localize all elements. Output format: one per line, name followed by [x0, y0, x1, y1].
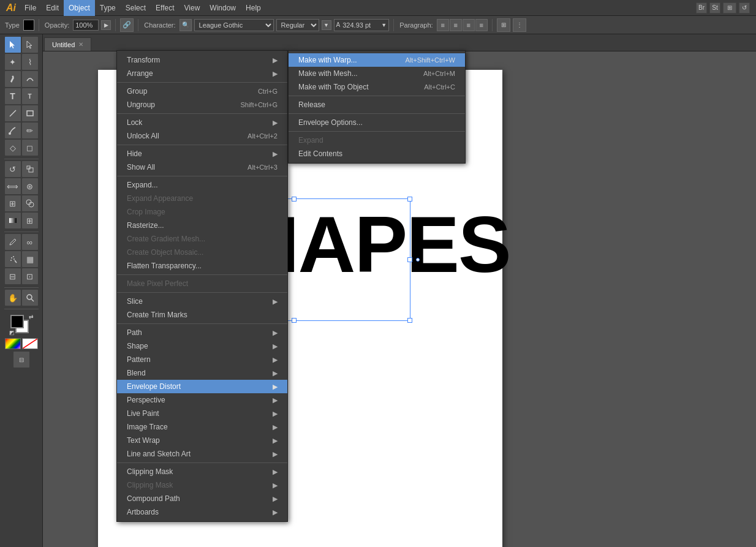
scale-tool[interactable]: [22, 161, 38, 177]
submenu-item-envelope-options[interactable]: Envelope Options...: [289, 116, 465, 129]
menu-item-image-trace[interactable]: Image Trace▶: [117, 420, 287, 434]
submenu-item-make-top-object[interactable]: Make with Top Object Alt+Ctrl+C: [289, 80, 465, 94]
color-mode-button[interactable]: [5, 338, 21, 349]
type-color-swatch[interactable]: [23, 20, 34, 31]
menu-edit[interactable]: Edit: [41, 0, 64, 16]
swap-colors-icon[interactable]: ⇄: [29, 314, 34, 320]
touch-type-tool[interactable]: T: [22, 88, 38, 104]
menu-item-rasterize[interactable]: Rasterize...: [117, 219, 287, 232]
opacity-input[interactable]: [73, 20, 99, 31]
mesh-tool[interactable]: ⊞: [22, 213, 38, 228]
menu-item-transform[interactable]: Transform▶: [117, 53, 287, 67]
menu-help[interactable]: Help: [241, 0, 266, 16]
menu-object[interactable]: Object: [64, 0, 95, 16]
font-selector[interactable]: League Gothic: [194, 19, 274, 31]
line-tool[interactable]: [5, 105, 21, 121]
menu-item-create-gradient-mesh[interactable]: Create Gradient Mesh...: [117, 232, 287, 246]
menu-item-create-object-mosaic[interactable]: Create Object Mosaic...: [117, 246, 287, 259]
menu-item-graph[interactable]: Artboards▶: [117, 505, 287, 519]
hand-tool[interactable]: ✋: [5, 290, 21, 306]
menu-item-lock[interactable]: Lock▶: [117, 116, 287, 129]
font-style-selector[interactable]: Regular: [276, 19, 319, 31]
stock-icon[interactable]: St: [709, 2, 720, 13]
menu-item-pattern[interactable]: Pattern▶: [117, 353, 287, 366]
column-graph-tool[interactable]: ▦: [22, 251, 38, 267]
menu-item-artboards[interactable]: Compound Path▶: [117, 492, 287, 505]
menu-item-shape[interactable]: Shape▶: [117, 339, 287, 353]
menu-file[interactable]: File: [20, 0, 41, 16]
zoom-tool[interactable]: [22, 290, 38, 306]
handle-br[interactable]: [407, 318, 412, 323]
eyedropper-tool[interactable]: [5, 234, 21, 250]
eraser-tool[interactable]: ◻: [22, 140, 38, 156]
menu-item-crop-image[interactable]: Crop Image: [117, 205, 287, 219]
place-button[interactable]: ⊞: [497, 18, 510, 32]
menu-item-text-wrap[interactable]: Text Wrap▶: [117, 434, 287, 447]
shape-builder-tool[interactable]: [22, 195, 38, 211]
rotate-tool[interactable]: ↺: [5, 161, 21, 177]
slice-tool[interactable]: ⊡: [22, 268, 38, 284]
style-arrow[interactable]: ▼: [322, 20, 331, 30]
menu-item-compound-path[interactable]: Clipping Mask▶: [117, 478, 287, 492]
rectangle-tool[interactable]: [22, 105, 38, 121]
search-icon[interactable]: 🔍: [180, 19, 192, 31]
free-transform-tool[interactable]: ⊞: [5, 195, 21, 211]
menu-item-slice[interactable]: Slice▶: [117, 295, 287, 308]
magic-wand-tool[interactable]: ✦: [5, 54, 21, 70]
menu-item-expand-appearance[interactable]: Expand Appearance: [117, 192, 287, 205]
menu-item-flatten-transparency[interactable]: Flatten Transparency...: [117, 259, 287, 273]
canvas-tab-untitled[interactable]: Untitled ✕: [44, 37, 91, 51]
menu-window[interactable]: Window: [205, 0, 241, 16]
align-center-button[interactable]: ≡: [450, 19, 462, 31]
submenu-item-make-warp[interactable]: Make with Warp... Alt+Shift+Ctrl+W: [289, 53, 465, 67]
menu-item-show-all[interactable]: Show AllAlt+Ctrl+3: [117, 160, 287, 174]
pen-tool[interactable]: [5, 71, 21, 87]
menu-effect[interactable]: Effect: [151, 0, 179, 16]
symbol-sprayer-tool[interactable]: [5, 251, 21, 267]
default-colors-icon[interactable]: ◩: [9, 330, 15, 336]
menu-item-expand[interactable]: Expand...: [117, 178, 287, 192]
warp-tool[interactable]: ⊛: [22, 178, 38, 194]
workspace-switcher[interactable]: ⊞: [723, 2, 736, 13]
menu-item-arrange[interactable]: Arrange▶: [117, 67, 287, 80]
type-tool[interactable]: T: [5, 88, 21, 104]
pencil-tool[interactable]: ✏: [22, 123, 38, 138]
artboard-tool[interactable]: ⊟: [5, 268, 21, 284]
align-justify-button[interactable]: ≡: [475, 19, 488, 31]
submenu-item-expand[interactable]: Expand: [289, 134, 465, 147]
submenu-item-edit-contents[interactable]: Edit Contents: [289, 147, 465, 160]
menu-item-perspective[interactable]: Perspective▶: [117, 393, 287, 407]
menu-view[interactable]: View: [180, 0, 205, 16]
menu-item-unlock-all[interactable]: Unlock AllAlt+Ctrl+2: [117, 129, 287, 143]
menu-item-live-paint[interactable]: Live Paint▶: [117, 407, 287, 420]
selection-tool[interactable]: [5, 37, 21, 53]
direct-selection-tool[interactable]: [22, 37, 38, 53]
width-tool[interactable]: ⟺: [5, 178, 21, 194]
menu-item-ungroup[interactable]: UngroupShift+Ctrl+G: [117, 98, 287, 111]
opacity-expand[interactable]: ▶: [101, 20, 111, 30]
none-mode-button[interactable]: [22, 338, 38, 349]
font-size-field[interactable]: A ▼: [334, 19, 390, 31]
menu-item-hide[interactable]: Hide▶: [117, 147, 287, 160]
menu-select[interactable]: Select: [121, 0, 151, 16]
canvas-area[interactable]: Untitled ✕ SHAPES: [43, 34, 756, 547]
paintbrush-tool[interactable]: [5, 123, 21, 138]
sync-icon[interactable]: ↺: [739, 2, 750, 13]
bridge-icon[interactable]: Br: [696, 2, 707, 13]
menu-item-group[interactable]: GroupCtrl+G: [117, 85, 287, 98]
handle-bc[interactable]: [292, 318, 297, 323]
shaper-tool[interactable]: ◇: [5, 140, 21, 156]
lasso-tool[interactable]: ⌇: [22, 54, 38, 70]
submenu-item-make-mesh[interactable]: Make with Mesh... Alt+Ctrl+M: [289, 67, 465, 80]
foreground-color-swatch[interactable]: [10, 315, 24, 328]
artboard-nav[interactable]: ⊟: [13, 352, 29, 368]
curvature-tool[interactable]: [22, 71, 38, 87]
menu-item-blend[interactable]: Blend▶: [117, 366, 287, 380]
align-left-button[interactable]: ≡: [437, 19, 449, 31]
align-right-button[interactable]: ≡: [463, 19, 475, 31]
menu-item-path[interactable]: Path▶: [117, 326, 287, 339]
menu-type[interactable]: Type: [95, 0, 121, 16]
tab-close-button[interactable]: ✕: [78, 41, 83, 48]
font-size-input[interactable]: [341, 20, 380, 31]
menu-item-make-pixel-perfect[interactable]: Make Pixel Perfect: [117, 277, 287, 290]
